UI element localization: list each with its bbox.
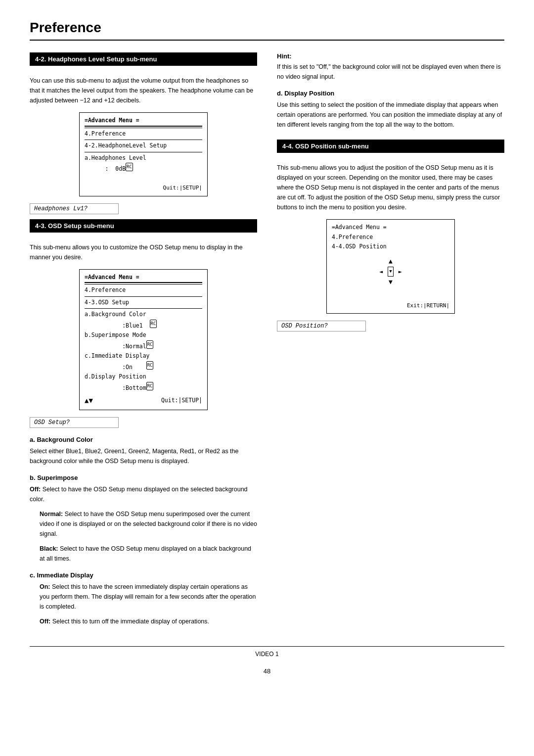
osd-position-menu-diagram: =Advanced Menu = 4.Preference 4-4.OSD Po… bbox=[326, 219, 455, 314]
osd-setup-menu-diagram: =Advanced Menu = 4.Preference 4-3.OSD Se… bbox=[79, 269, 208, 410]
headphones-label: Headphones Lv1? bbox=[30, 203, 119, 214]
osd-setup-superimpose-val: :NormalRC bbox=[85, 340, 202, 351]
osd-setup-label: OSD Setup? bbox=[30, 417, 119, 428]
page-title: Preference bbox=[30, 20, 504, 41]
superimpose-normal-text: Normal: Select to have the OSD Setup men… bbox=[30, 509, 257, 539]
immediate-on-text: On: Select this to have the screen immed… bbox=[30, 582, 257, 612]
immediate-display-title: c. Immediate Display bbox=[30, 571, 257, 579]
osd-setup-display-pos-val: :BottomRC bbox=[85, 382, 202, 393]
section-osd-setup-header: 4-3. OSD Setup sub-menu bbox=[30, 220, 257, 232]
bg-color-text: Select either Blue1, Blue2, Green1, Gree… bbox=[30, 446, 257, 466]
page-number: 48 bbox=[30, 667, 504, 675]
osd-setup-pref: 4.Preference bbox=[85, 285, 202, 295]
osd-setup-bg: a.Background Color bbox=[85, 310, 202, 320]
immediate-off-text: Off: Select this to turn off the immedia… bbox=[30, 616, 257, 626]
osd-position-item: 4-4.OSD Position bbox=[332, 242, 449, 252]
osd-position-label: OSD Position? bbox=[277, 321, 366, 331]
osd-setup-bg-val: :Blue1 RC bbox=[85, 320, 202, 331]
headphones-menu-item-1: 4.Preference bbox=[85, 129, 202, 139]
osd-position-menu-title: =Advanced Menu = bbox=[332, 223, 449, 233]
osd-setup-immediate-val: :On RC bbox=[85, 361, 202, 372]
osd-setup-immediate: c.Immediate Display bbox=[85, 351, 202, 361]
osd-setup-item: 4-3.OSD Setup bbox=[85, 298, 202, 308]
headphones-menu-title: =Advanced Menu = bbox=[85, 116, 202, 127]
left-column: 4-2. Headphones Level Setup sub-menu You… bbox=[30, 52, 257, 631]
section-osd-position: 4-4. OSD Position sub-menu bbox=[277, 140, 504, 153]
superimpose-black-text: Black: Select to have the OSD Setup menu… bbox=[30, 544, 257, 564]
bg-color-title: a. Background Color bbox=[30, 436, 257, 443]
headphones-menu-item-4: : 0dBRC bbox=[85, 163, 202, 174]
section-osd-position-header: 4-4. OSD Position sub-menu bbox=[277, 140, 504, 152]
headphones-menu-item-3: a.Headphones Level bbox=[85, 153, 202, 163]
osd-setup-display-pos: d.Display Position bbox=[85, 372, 202, 382]
footer: VIDEO 1 bbox=[30, 646, 504, 658]
osd-setup-menu-title: =Advanced Menu = bbox=[85, 273, 202, 284]
right-column: Hint: If this is set to "Off," the backg… bbox=[277, 52, 504, 631]
osd-position-intro: This sub-menu allows you to adjust the p… bbox=[277, 163, 504, 212]
headphones-intro: You can use this sub-menu to adjust the … bbox=[30, 76, 257, 105]
osd-setup-intro: This sub-menu allows you to customize th… bbox=[30, 242, 257, 262]
footer-text: VIDEO 1 bbox=[255, 651, 278, 658]
section-osd-setup: 4-3. OSD Setup sub-menu bbox=[30, 219, 257, 233]
osd-position-arrows: ▲ ◄ ▼ ► ▼ bbox=[332, 256, 449, 288]
superimpose-off-text: Off: Select to have the OSD Setup menu d… bbox=[30, 484, 257, 504]
headphones-quit: Quit:|SETUP| bbox=[85, 184, 202, 193]
section-headphones: 4-2. Headphones Level Setup sub-menu bbox=[30, 52, 257, 66]
display-position-title: d. Display Position bbox=[277, 90, 504, 97]
superimpose-title: b. Superimpose bbox=[30, 474, 257, 481]
osd-setup-superimpose: b.Superimpose Mode bbox=[85, 331, 202, 340]
hint-text: If this is set to "Off," the background … bbox=[277, 62, 504, 82]
osd-position-pref: 4.Preference bbox=[332, 233, 449, 242]
headphones-menu-diagram: =Advanced Menu = 4.Preference 4-2.Headph… bbox=[79, 112, 208, 196]
headphones-menu-item-2: 4-2.HeadphoneLevel Setup bbox=[85, 141, 202, 151]
section-headphones-header: 4-2. Headphones Level Setup sub-menu bbox=[30, 53, 257, 65]
osd-position-quit: Exit:|RETURN| bbox=[332, 301, 449, 311]
hint-title: Hint: bbox=[277, 52, 504, 60]
display-position-text: Use this setting to select the position … bbox=[277, 100, 504, 130]
